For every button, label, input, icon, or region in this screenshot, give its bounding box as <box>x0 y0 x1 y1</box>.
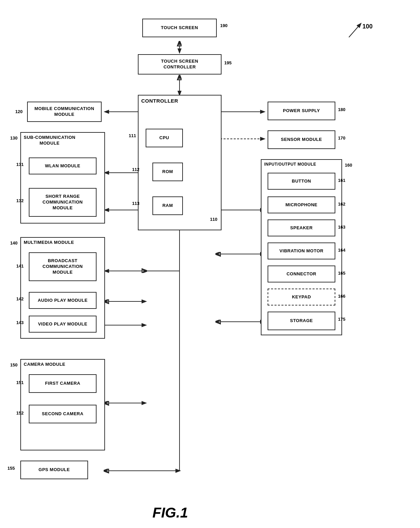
multimedia-ref: 140 <box>10 240 18 246</box>
microphone-ref: 162 <box>338 202 345 207</box>
second-camera-box: SECOND CAMERA <box>29 405 97 423</box>
short-range-ref: 132 <box>16 198 24 203</box>
first-camera-box: FIRST CAMERA <box>29 374 97 393</box>
button-box: BUTTON <box>268 173 335 190</box>
touch-screen-ref: 190 <box>220 23 228 28</box>
touch-screen-controller-ref: 195 <box>224 60 232 65</box>
speaker-box: SPEAKER <box>268 219 335 236</box>
broadcast-ref: 141 <box>16 263 24 269</box>
vibration-motor-ref: 164 <box>338 248 345 253</box>
vibration-motor-box: VIBRATION MOTOR <box>268 242 335 259</box>
microphone-box: MICROPHONE <box>268 196 335 213</box>
ram-ref: 113 <box>132 201 140 206</box>
power-supply-ref: 180 <box>338 107 345 112</box>
short-range-box: SHORT RANGE COMMUNICATION MODULE <box>29 188 97 217</box>
wlan-box: WLAN MODULE <box>29 157 97 174</box>
mobile-comm-box: MOBILE COMMUNICATION MODULE <box>27 102 102 122</box>
storage-ref: 175 <box>338 317 345 322</box>
keypad-box: KEYPAD <box>268 289 335 305</box>
second-camera-ref: 152 <box>16 410 24 416</box>
ref-arrow-svg <box>339 19 373 39</box>
audio-play-box: AUDIO PLAY MODULE <box>29 292 97 309</box>
speaker-ref: 163 <box>338 225 345 230</box>
rom-ref: 112 <box>132 167 140 172</box>
touch-screen-controller-box: TOUCH SCREEN CONTROLLER <box>138 54 222 75</box>
storage-box: STORAGE <box>268 312 335 330</box>
gps-ref: 155 <box>7 466 15 471</box>
fig-label: FIG.1 <box>152 505 188 521</box>
ram-box: RAM <box>152 196 183 215</box>
cpu-ref: 111 <box>129 133 136 138</box>
video-play-ref: 143 <box>16 320 24 325</box>
rom-box: ROM <box>152 163 183 181</box>
svg-line-18 <box>349 24 361 37</box>
sub-comm-ref: 130 <box>10 135 18 141</box>
camera-module-ref: 150 <box>10 362 18 367</box>
gps-box: GPS MODULE <box>20 461 88 479</box>
controller-110-ref: 110 <box>210 217 217 222</box>
cpu-box: CPU <box>146 129 183 147</box>
audio-play-ref: 142 <box>16 296 24 301</box>
diagram: TOUCH SCREEN 190 TOUCH SCREEN CONTROLLER… <box>0 0 420 528</box>
video-play-box: VIDEO PLAY MODULE <box>29 316 97 333</box>
wlan-ref: 131 <box>16 162 24 167</box>
button-ref: 161 <box>338 178 345 183</box>
first-camera-ref: 151 <box>16 380 24 385</box>
sensor-ref: 170 <box>338 135 345 141</box>
connector-ref: 165 <box>338 271 345 276</box>
mobile-comm-ref: 120 <box>15 109 23 114</box>
connector-box: CONNECTOR <box>268 266 335 282</box>
io-ref: 160 <box>345 163 352 168</box>
sensor-box: SENSOR MODULE <box>268 130 335 149</box>
touch-screen-box: TOUCH SCREEN <box>142 19 217 37</box>
broadcast-box: BROADCAST COMMUNICATION MODULE <box>29 252 97 281</box>
keypad-ref: 166 <box>338 294 345 299</box>
power-supply-box: POWER SUPPLY <box>268 102 335 120</box>
